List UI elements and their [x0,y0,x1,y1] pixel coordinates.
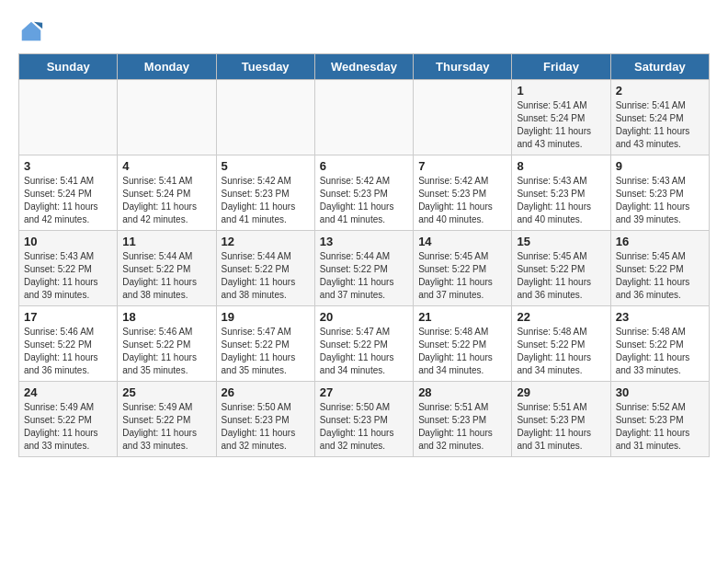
day-number: 23 [616,310,704,324]
calendar-cell: 20Sunrise: 5:47 AM Sunset: 5:22 PM Dayli… [314,306,413,382]
day-info: Sunrise: 5:51 AM Sunset: 5:23 PM Dayligh… [517,401,605,453]
day-number: 15 [517,235,605,248]
calendar-cell: 22Sunrise: 5:48 AM Sunset: 5:22 PM Dayli… [512,306,610,382]
day-number: 3 [24,159,112,173]
calendar-cell: 4Sunrise: 5:41 AM Sunset: 5:24 PM Daylig… [118,155,216,231]
day-info: Sunrise: 5:47 AM Sunset: 5:22 PM Dayligh… [320,326,408,377]
calendar-cell: 25Sunrise: 5:49 AM Sunset: 5:22 PM Dayli… [118,382,216,457]
calendar-cell: 23Sunrise: 5:48 AM Sunset: 5:22 PM Dayli… [610,306,709,382]
day-info: Sunrise: 5:44 AM Sunset: 5:22 PM Dayligh… [320,250,408,302]
calendar-cell: 18Sunrise: 5:46 AM Sunset: 5:22 PM Dayli… [118,306,216,382]
day-number: 16 [616,235,704,248]
calendar-week-row: 3Sunrise: 5:41 AM Sunset: 5:24 PM Daylig… [19,155,710,231]
calendar-cell [118,80,216,155]
day-number: 29 [517,385,605,399]
day-number: 10 [24,235,112,248]
day-number: 9 [616,159,704,173]
calendar-cell: 2Sunrise: 5:41 AM Sunset: 5:24 PM Daylig… [610,80,709,155]
day-number: 30 [616,385,704,399]
day-header-friday: Friday [512,54,610,80]
calendar-week-row: 24Sunrise: 5:49 AM Sunset: 5:22 PM Dayli… [19,382,710,457]
day-info: Sunrise: 5:43 AM Sunset: 5:23 PM Dayligh… [616,175,704,226]
day-info: Sunrise: 5:45 AM Sunset: 5:22 PM Dayligh… [616,250,704,302]
calendar-cell: 16Sunrise: 5:45 AM Sunset: 5:22 PM Dayli… [610,231,709,306]
calendar-cell: 12Sunrise: 5:44 AM Sunset: 5:22 PM Dayli… [216,231,314,306]
day-info: Sunrise: 5:50 AM Sunset: 5:23 PM Dayligh… [320,401,408,453]
day-info: Sunrise: 5:44 AM Sunset: 5:22 PM Dayligh… [222,250,310,302]
calendar-cell: 11Sunrise: 5:44 AM Sunset: 5:22 PM Dayli… [118,231,216,306]
day-number: 8 [517,159,605,173]
calendar-cell [216,80,314,155]
day-number: 27 [320,385,408,399]
calendar-cell: 3Sunrise: 5:41 AM Sunset: 5:24 PM Daylig… [19,155,118,231]
calendar-cell: 19Sunrise: 5:47 AM Sunset: 5:22 PM Dayli… [216,306,314,382]
day-number: 19 [222,310,310,324]
day-header-tuesday: Tuesday [216,54,314,80]
calendar-cell: 5Sunrise: 5:42 AM Sunset: 5:23 PM Daylig… [216,155,314,231]
day-number: 17 [24,310,112,324]
calendar-cell [314,80,413,155]
calendar-cell: 14Sunrise: 5:45 AM Sunset: 5:22 PM Dayli… [414,231,512,306]
day-header-thursday: Thursday [414,54,512,80]
calendar-table: SundayMondayTuesdayWednesdayThursdayFrid… [18,53,710,457]
day-number: 6 [320,159,408,173]
day-info: Sunrise: 5:41 AM Sunset: 5:24 PM Dayligh… [616,99,704,151]
day-info: Sunrise: 5:46 AM Sunset: 5:22 PM Dayligh… [24,326,112,377]
calendar-week-row: 17Sunrise: 5:46 AM Sunset: 5:22 PM Dayli… [19,306,710,382]
calendar-cell: 28Sunrise: 5:51 AM Sunset: 5:23 PM Dayli… [414,382,512,457]
day-info: Sunrise: 5:48 AM Sunset: 5:22 PM Dayligh… [517,326,605,377]
calendar-cell: 9Sunrise: 5:43 AM Sunset: 5:23 PM Daylig… [610,155,709,231]
calendar-cell [19,80,118,155]
day-info: Sunrise: 5:49 AM Sunset: 5:22 PM Dayligh… [24,401,112,453]
calendar-cell: 29Sunrise: 5:51 AM Sunset: 5:23 PM Dayli… [512,382,610,457]
day-info: Sunrise: 5:43 AM Sunset: 5:22 PM Dayligh… [24,250,112,302]
day-number: 7 [418,159,506,173]
day-info: Sunrise: 5:49 AM Sunset: 5:22 PM Dayligh… [122,401,210,453]
day-info: Sunrise: 5:43 AM Sunset: 5:23 PM Dayligh… [517,175,605,226]
day-number: 11 [122,235,210,248]
day-header-wednesday: Wednesday [314,54,413,80]
calendar-cell: 26Sunrise: 5:50 AM Sunset: 5:23 PM Dayli… [216,382,314,457]
day-header-saturday: Saturday [610,54,709,80]
day-info: Sunrise: 5:45 AM Sunset: 5:22 PM Dayligh… [517,250,605,302]
day-number: 24 [24,385,112,399]
day-info: Sunrise: 5:46 AM Sunset: 5:22 PM Dayligh… [122,326,210,377]
day-info: Sunrise: 5:50 AM Sunset: 5:23 PM Dayligh… [222,401,310,453]
calendar-cell: 1Sunrise: 5:41 AM Sunset: 5:24 PM Daylig… [512,80,610,155]
calendar-week-row: 1Sunrise: 5:41 AM Sunset: 5:24 PM Daylig… [19,80,710,155]
day-number: 28 [418,385,506,399]
page-header [18,18,710,44]
day-info: Sunrise: 5:48 AM Sunset: 5:22 PM Dayligh… [616,326,704,377]
day-info: Sunrise: 5:52 AM Sunset: 5:23 PM Dayligh… [616,401,704,453]
day-info: Sunrise: 5:51 AM Sunset: 5:23 PM Dayligh… [418,401,506,453]
day-header-monday: Monday [118,54,216,80]
day-number: 25 [122,385,210,399]
calendar-header-row: SundayMondayTuesdayWednesdayThursdayFrid… [19,54,710,80]
calendar-week-row: 10Sunrise: 5:43 AM Sunset: 5:22 PM Dayli… [19,231,710,306]
logo [18,18,48,44]
day-info: Sunrise: 5:44 AM Sunset: 5:22 PM Dayligh… [122,250,210,302]
day-number: 1 [517,84,605,98]
day-info: Sunrise: 5:45 AM Sunset: 5:22 PM Dayligh… [418,250,506,302]
calendar-cell: 13Sunrise: 5:44 AM Sunset: 5:22 PM Dayli… [314,231,413,306]
day-number: 26 [222,385,310,399]
day-info: Sunrise: 5:48 AM Sunset: 5:22 PM Dayligh… [418,326,506,377]
day-info: Sunrise: 5:47 AM Sunset: 5:22 PM Dayligh… [222,326,310,377]
day-number: 2 [616,84,704,98]
day-info: Sunrise: 5:41 AM Sunset: 5:24 PM Dayligh… [517,99,605,151]
day-number: 21 [418,310,506,324]
calendar-cell: 10Sunrise: 5:43 AM Sunset: 5:22 PM Dayli… [19,231,118,306]
calendar-cell: 30Sunrise: 5:52 AM Sunset: 5:23 PM Dayli… [610,382,709,457]
logo-icon [18,18,44,44]
day-info: Sunrise: 5:42 AM Sunset: 5:23 PM Dayligh… [320,175,408,226]
calendar-cell: 15Sunrise: 5:45 AM Sunset: 5:22 PM Dayli… [512,231,610,306]
calendar-cell [414,80,512,155]
day-number: 12 [222,235,310,248]
calendar-cell: 8Sunrise: 5:43 AM Sunset: 5:23 PM Daylig… [512,155,610,231]
day-number: 18 [122,310,210,324]
calendar-cell: 17Sunrise: 5:46 AM Sunset: 5:22 PM Dayli… [19,306,118,382]
calendar-cell: 7Sunrise: 5:42 AM Sunset: 5:23 PM Daylig… [414,155,512,231]
day-info: Sunrise: 5:42 AM Sunset: 5:23 PM Dayligh… [418,175,506,226]
calendar-cell: 6Sunrise: 5:42 AM Sunset: 5:23 PM Daylig… [314,155,413,231]
day-number: 13 [320,235,408,248]
